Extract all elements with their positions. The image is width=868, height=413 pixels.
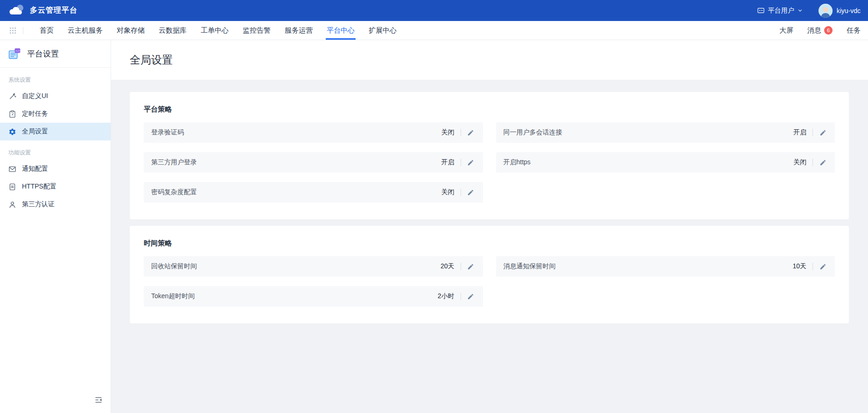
svg-text:</>: </> (15, 49, 21, 52)
edit-button[interactable] (467, 263, 475, 270)
pencil-icon (467, 129, 474, 136)
pencil-icon (467, 159, 474, 166)
setting-value: 关闭 (441, 128, 455, 137)
card-platform-policy: 平台策略 登录验证码 关闭 同一用户多会话连接 开启 (130, 92, 849, 219)
role-switcher[interactable]: 平台用户 (757, 7, 803, 15)
pencil-icon (819, 263, 826, 270)
sidebar-item-third-party-auth[interactable]: 第三方认证 (0, 196, 111, 213)
setting-value: 2小时 (438, 292, 455, 301)
tab-object-storage[interactable]: 对象存储 (116, 21, 146, 40)
tasks-link[interactable]: 任务 (847, 26, 861, 35)
setting-label: 同一用户多会话连接 (504, 128, 562, 137)
sidebar-item-label: HTTPS配置 (22, 182, 56, 191)
sidebar-item-label: 第三方认证 (22, 200, 55, 209)
magic-wand-icon (8, 92, 16, 100)
setting-row-third-party-login: 第三方用户登录 开启 (144, 152, 483, 173)
document-icon (8, 183, 16, 191)
setting-label: 密码复杂度配置 (151, 188, 197, 196)
sidebar-item-notification-config[interactable]: 通知配置 (0, 160, 111, 178)
card-title: 平台策略 (144, 105, 835, 114)
setting-row-password-complexity: 密码复杂度配置 关闭 (144, 182, 483, 203)
tab-platform-center[interactable]: 平台中心 (326, 21, 356, 40)
setting-row-message-retention: 消息通知保留时间 10天 (496, 256, 835, 277)
app-root: 多云管理平台 平台用户 (0, 0, 868, 413)
pencil-icon (819, 159, 826, 166)
setting-label: 消息通知保留时间 (504, 262, 556, 271)
sidebar-item-global-settings[interactable]: 全局设置 (0, 123, 111, 140)
edit-button[interactable] (819, 159, 826, 166)
section-label-system: 系统设置 (0, 75, 111, 84)
value-divider (812, 159, 813, 166)
id-badge-icon (757, 7, 765, 14)
clipboard-clock-icon (8, 110, 16, 118)
setting-row-multi-session: 同一用户多会话连接 开启 (496, 122, 835, 143)
sidebar-item-scheduled-tasks[interactable]: 定时任务 (0, 105, 111, 123)
setting-row-token-timeout: Token超时时间 2小时 (144, 286, 483, 307)
setting-value: 开启 (793, 128, 806, 137)
edit-button[interactable] (467, 189, 475, 196)
topbar: 多云管理平台 平台用户 (0, 0, 868, 21)
sidebar-collapse-button[interactable] (93, 394, 104, 406)
platform-settings-doc-icon: </> (8, 48, 21, 60)
sidebar-item-https-config[interactable]: HTTPS配置 (0, 178, 111, 196)
menu-fold-icon (94, 395, 103, 405)
nav-left (7, 21, 33, 40)
messages-label: 消息 (807, 26, 821, 35)
content-scroll[interactable]: 平台策略 登录验证码 关闭 同一用户多会话连接 开启 (111, 80, 868, 413)
value-divider (461, 159, 461, 166)
page-title-band: 全局设置 (111, 40, 868, 80)
setting-label: 第三方用户登录 (151, 158, 197, 167)
edit-button[interactable] (467, 293, 475, 300)
setting-label: Token超时时间 (151, 292, 195, 301)
edit-button[interactable] (467, 129, 475, 136)
message-count-badge: 6 (824, 26, 833, 35)
pencil-icon (467, 189, 474, 196)
main-area: 全局设置 平台策略 登录验证码 关闭 (111, 40, 868, 413)
tab-home[interactable]: 首页 (39, 21, 55, 40)
sidebar-item-label: 全局设置 (22, 127, 48, 136)
sidebar-header: </> 平台设置 (0, 40, 111, 68)
pencil-icon (467, 293, 474, 300)
avatar (819, 4, 833, 18)
setting-label: 回收站保留时间 (151, 262, 197, 271)
setting-label: 开启https (504, 158, 531, 167)
edit-button[interactable] (467, 159, 475, 166)
chevron-down-icon (798, 8, 803, 13)
sidebar-item-custom-ui[interactable]: 自定义UI (0, 87, 111, 105)
cloud-icon (7, 4, 24, 17)
value-divider (812, 263, 813, 270)
sidebar: </> 平台设置 系统设置 自定义UI (0, 40, 111, 413)
settings-grid: 登录验证码 关闭 同一用户多会话连接 开启 (144, 122, 835, 203)
edit-button[interactable] (819, 129, 826, 136)
grid-dots-icon[interactable] (9, 27, 16, 34)
tab-extension-center[interactable]: 扩展中心 (368, 21, 398, 40)
mail-icon (8, 165, 16, 173)
user-avatar (819, 4, 833, 18)
card-time-policy: 时间策略 回收站保留时间 20天 消息通知保留时间 10天 (130, 226, 849, 323)
setting-value: 关闭 (441, 188, 455, 196)
tab-monitor-alert[interactable]: 监控告警 (242, 21, 272, 40)
tab-ticket-center[interactable]: 工单中心 (200, 21, 230, 40)
nav-tabs: 首页 云主机服务 对象存储 云数据库 工单中心 监控告警 服务运营 平台中心 扩… (33, 21, 404, 40)
nav-utilities: 大屏 消息 6 任务 (765, 21, 861, 40)
setting-row-login-captcha: 登录验证码 关闭 (144, 122, 483, 143)
sidebar-item-label: 通知配置 (22, 165, 48, 173)
card-title: 时间策略 (144, 239, 835, 248)
sidebar-item-label: 自定义UI (22, 92, 48, 100)
section-label-function: 功能设置 (0, 148, 111, 157)
product-title: 多云管理平台 (30, 6, 77, 15)
big-screen-link[interactable]: 大屏 (779, 26, 793, 35)
person-icon (8, 201, 16, 209)
user-menu[interactable]: kiyu-vdc (819, 4, 861, 18)
username: kiyu-vdc (837, 7, 861, 14)
nav-row: 首页 云主机服务 对象存储 云数据库 工单中心 监控告警 服务运营 平台中心 扩… (0, 21, 868, 40)
setting-row-enable-https: 开启https 关闭 (496, 152, 835, 173)
tab-service-operation[interactable]: 服务运营 (284, 21, 314, 40)
tab-cloud-database[interactable]: 云数据库 (158, 21, 188, 40)
value-divider (461, 263, 461, 270)
setting-row-recycle-retention: 回收站保留时间 20天 (144, 256, 483, 277)
messages-link[interactable]: 消息 6 (807, 26, 833, 35)
tab-cloud-host[interactable]: 云主机服务 (67, 21, 104, 40)
topbar-right: 平台用户 kiyu-vdc (757, 4, 861, 18)
edit-button[interactable] (819, 263, 826, 270)
